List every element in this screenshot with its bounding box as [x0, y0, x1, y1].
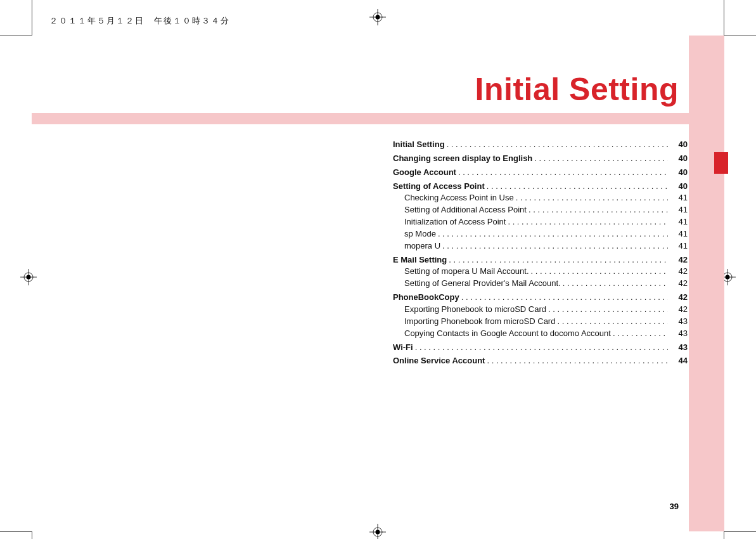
- title-underline-bar: [32, 113, 689, 124]
- toc-entry: Setting of General Provider's Mail Accou…: [393, 278, 688, 290]
- toc-entry: Online Service Account44: [393, 355, 688, 367]
- toc-entry-page: 40: [670, 181, 688, 193]
- toc-entry: Google Account40: [393, 167, 688, 179]
- toc-entry-page: 43: [670, 342, 688, 354]
- toc-entry-page: 42: [670, 266, 688, 278]
- toc-entry: Copying Contacts in Google Account to do…: [393, 328, 688, 340]
- toc-entry: E Mail Setting42: [393, 254, 688, 266]
- page-number: 39: [670, 502, 679, 511]
- toc-entry-page: 43: [670, 316, 688, 328]
- toc-entry-label: Google Account: [393, 167, 456, 179]
- toc-entry-label: Online Service Account: [393, 355, 485, 367]
- toc-entry-page: 40: [670, 153, 688, 165]
- registration-mark-icon: [369, 9, 386, 25]
- toc-leader-dots: [438, 228, 668, 237]
- toc-entry: Setting of Additional Access Point41: [393, 204, 688, 216]
- toc-entry: Checking Access Point in Use41: [393, 192, 688, 204]
- thumb-index-tab: [714, 152, 728, 174]
- toc-entry-page: 43: [670, 328, 688, 340]
- toc-entry-label: Setting of Access Point: [393, 181, 485, 193]
- toc-leader-dots: [516, 192, 668, 200]
- crop-mark: [724, 531, 756, 532]
- toc-entry-label: Changing screen display to English: [393, 153, 532, 165]
- toc-leader-dots: [415, 342, 668, 350]
- toc-entry-page: 42: [670, 254, 688, 266]
- toc-entry: mopera U41: [393, 240, 688, 252]
- page-body: Initial Setting Initial Setting40Changin…: [32, 36, 724, 531]
- toc-entry-label: Copying Contacts in Google Account to do…: [404, 328, 611, 340]
- toc-entry-label: Setting of General Provider's Mail Accou…: [404, 278, 561, 290]
- toc-entry-label: E Mail Setting: [393, 254, 447, 266]
- toc-entry-label: PhoneBookCopy: [393, 292, 459, 304]
- thumb-index-column: [689, 36, 724, 531]
- toc-leader-dots: [508, 216, 668, 224]
- toc-entry: Setting of Access Point40: [393, 181, 688, 193]
- crop-mark: [0, 36, 32, 36]
- toc-entry: Importing Phonebook from microSD Card43: [393, 316, 688, 328]
- toc-entry-page: 41: [670, 216, 688, 228]
- toc-entry-label: Wi-Fi: [393, 342, 413, 354]
- toc-entry-page: 42: [670, 292, 688, 304]
- crop-mark: [724, 36, 756, 36]
- toc-entry: PhoneBookCopy42: [393, 292, 688, 304]
- toc-entry-label: mopera U: [404, 240, 440, 252]
- crop-mark: [32, 0, 32, 36]
- toc-leader-dots: [487, 181, 668, 189]
- toc-entry-label: Initial Setting: [393, 139, 445, 151]
- toc-leader-dots: [557, 316, 668, 324]
- crop-mark: [32, 531, 32, 539]
- print-timestamp: ２０１１年５月１２日 午後１０時３４分: [49, 15, 230, 27]
- toc-leader-dots: [449, 254, 668, 263]
- toc-entry-page: 41: [670, 204, 688, 216]
- toc-leader-dots: [534, 153, 668, 161]
- crop-mark: [0, 531, 32, 532]
- toc-entry-page: 41: [670, 228, 688, 240]
- toc-entry: Wi-Fi43: [393, 342, 688, 354]
- toc-entry-page: 42: [670, 278, 688, 290]
- toc-entry: Setting of mopera U Mail Account.42: [393, 266, 688, 278]
- toc-leader-dots: [461, 292, 668, 300]
- toc-entry: sp Mode41: [393, 228, 688, 240]
- toc-entry-label: Checking Access Point in Use: [404, 192, 514, 204]
- toc-entry-page: 41: [670, 192, 688, 204]
- toc-entry-page: 40: [670, 167, 688, 179]
- toc-entry-label: Exporting Phonebook to microSD Card: [404, 304, 546, 316]
- toc-leader-dots: [458, 167, 668, 175]
- toc-leader-dots: [447, 139, 668, 147]
- toc-entry: Changing screen display to English40: [393, 153, 688, 165]
- table-of-contents: Initial Setting40Changing screen display…: [393, 137, 688, 367]
- toc-leader-dots: [529, 204, 668, 212]
- toc-entry-label: Initialization of Access Point: [404, 216, 506, 228]
- toc-leader-dots: [563, 278, 668, 286]
- toc-entry: Initial Setting40: [393, 139, 688, 151]
- toc-entry-label: sp Mode: [404, 228, 436, 240]
- toc-leader-dots: [548, 304, 668, 312]
- toc-leader-dots: [613, 328, 668, 336]
- toc-entry-page: 42: [670, 304, 688, 316]
- toc-leader-dots: [531, 266, 668, 274]
- toc-entry-label: Importing Phonebook from microSD Card: [404, 316, 555, 328]
- crop-mark: [724, 531, 724, 539]
- toc-entry: Exporting Phonebook to microSD Card42: [393, 304, 688, 316]
- toc-leader-dots: [487, 355, 668, 363]
- toc-entry-page: 41: [670, 240, 688, 252]
- crop-mark: [724, 0, 724, 36]
- toc-entry-page: 40: [670, 139, 688, 151]
- toc-entry: Initialization of Access Point41: [393, 216, 688, 228]
- toc-entry-label: Setting of Additional Access Point: [404, 204, 527, 216]
- toc-leader-dots: [442, 240, 668, 249]
- chapter-title: Initial Setting: [475, 71, 679, 108]
- toc-entry-label: Setting of mopera U Mail Account.: [404, 266, 529, 278]
- toc-entry-page: 44: [670, 355, 688, 367]
